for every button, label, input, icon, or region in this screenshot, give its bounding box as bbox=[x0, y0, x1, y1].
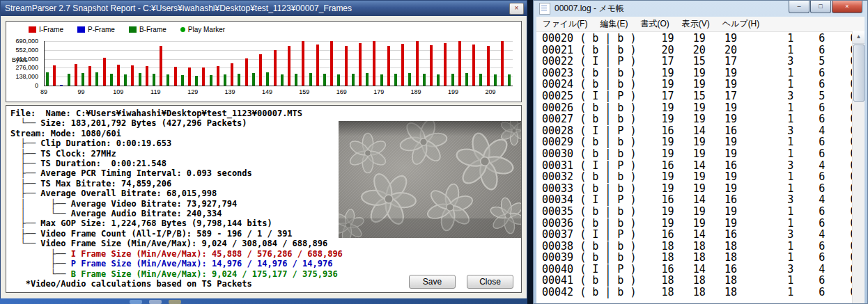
i-frame-bar bbox=[160, 46, 162, 86]
i-frame-bar bbox=[302, 41, 304, 86]
vertical-scrollbar[interactable]: ▲ bbox=[852, 31, 865, 303]
info-line: *Video/Audio calculations based on TS Pa… bbox=[10, 279, 343, 289]
info-line: └── Size: 183,201,792 Bytes (427,296 Pac… bbox=[10, 118, 343, 128]
log-line: 00041 ( b | b ) 18 18 18 1 6 0 bbox=[542, 275, 853, 287]
b-frame-bar bbox=[224, 74, 226, 86]
b-frame-bar bbox=[252, 73, 255, 86]
x-tick-label: 179 bbox=[373, 88, 384, 95]
scroll-up-icon[interactable]: ▲ bbox=[853, 31, 865, 44]
b-frame-bar bbox=[95, 72, 98, 86]
info-line: ├── Clip Duration: 0:00:19.653 bbox=[10, 138, 343, 148]
stream-info-text: File: Name: C:¥Users¥iwahashi¥Desktop¥te… bbox=[10, 109, 343, 289]
menu-view[interactable]: 表示(V) bbox=[676, 18, 716, 30]
close-button[interactable]: Close bbox=[467, 275, 513, 289]
taskbar-icon[interactable] bbox=[149, 300, 162, 304]
taskbar-icon[interactable] bbox=[169, 300, 181, 304]
info-line: ├── Video Frame Count (All-I/P/B): 589 -… bbox=[10, 229, 343, 239]
menu-edit[interactable]: 編集(E) bbox=[594, 18, 634, 30]
log-line: 00027 ( b | b ) 19 19 19 1 6 0 bbox=[542, 113, 853, 125]
streamparser-window-title: StreamParser 2.7 Snapshot Report - C:¥Us… bbox=[5, 3, 509, 13]
b-frame-bar bbox=[110, 74, 113, 86]
i-frame-bar bbox=[188, 67, 191, 86]
log-line: 00042 ( b | b ) 18 18 18 1 6 0 bbox=[542, 287, 853, 298]
y-tick-label: 414,000 bbox=[15, 56, 38, 63]
save-button[interactable]: Save bbox=[409, 275, 456, 289]
i-frame-bar bbox=[373, 41, 375, 86]
log-line: 00039 ( b | b ) 18 18 18 1 6 0 bbox=[542, 252, 853, 264]
menu-file[interactable]: ファイル(F) bbox=[536, 18, 594, 30]
i-frame-bar bbox=[401, 44, 404, 86]
info-line: ├── TS Duration: 0:00:21.548 bbox=[10, 159, 343, 168]
b-frame-bar bbox=[139, 73, 141, 86]
close-icon[interactable]: × bbox=[832, 1, 862, 13]
b-frame-bar bbox=[266, 72, 269, 86]
b-frame-bar bbox=[494, 74, 497, 86]
log-line: 00021 ( b | b ) 20 20 20 1 6 0 bbox=[542, 45, 853, 56]
log-line: 00024 ( b | b ) 19 19 19 1 6 0 bbox=[542, 79, 853, 90]
y-tick-label: 552,000 bbox=[15, 47, 38, 54]
i-frame-bar bbox=[330, 41, 333, 86]
i-frame-bar bbox=[103, 58, 106, 86]
i-frame-bar bbox=[288, 46, 290, 86]
maximize-icon[interactable]: □ bbox=[810, 1, 831, 13]
i-frame-bar bbox=[501, 41, 504, 86]
scroll-thumb[interactable] bbox=[853, 45, 865, 102]
b-frame-bar bbox=[181, 75, 184, 86]
i-frame-bar bbox=[131, 65, 134, 86]
b-frame-bar bbox=[238, 74, 240, 86]
b-frame-bar bbox=[210, 75, 212, 86]
b-frame-bar bbox=[46, 72, 49, 86]
legend-label: I-Frame bbox=[39, 26, 63, 33]
p-frame-bar bbox=[60, 85, 63, 86]
minimize-icon[interactable]: – bbox=[789, 1, 809, 13]
i-frame-bar bbox=[359, 43, 362, 86]
log-line: 00038 ( b | b ) 18 18 18 1 6 0 bbox=[542, 241, 853, 253]
i-frame-bar bbox=[274, 50, 277, 86]
streamparser-window: StreamParser 2.7 Snapshot Report - C:¥Us… bbox=[0, 0, 527, 299]
legend-item-play-marker: Play Marker bbox=[180, 26, 225, 33]
b-frame-bar bbox=[166, 74, 169, 86]
b-frame-bar bbox=[380, 74, 383, 86]
log-line: 00029 ( b | b ) 19 19 19 1 6 0 bbox=[542, 136, 853, 148]
log-line: 00025 ( I | P ) 17 15 17 3 5 0 bbox=[542, 90, 853, 102]
frame-size-chart-panel: I-FrameP-FrameB-FramePlay Marker Bytes 0… bbox=[6, 21, 522, 102]
i-frame-bar bbox=[472, 45, 475, 86]
menu-help[interactable]: ヘルプ(H) bbox=[716, 18, 766, 30]
log-line: 00033 ( b | b ) 19 19 19 1 6 0 bbox=[542, 183, 853, 195]
b-frame-bar bbox=[281, 74, 284, 86]
close-icon[interactable]: × bbox=[509, 3, 524, 15]
x-tick-label: 189 bbox=[411, 88, 421, 95]
b-frame-bar bbox=[479, 74, 482, 86]
video-preview-image bbox=[339, 121, 522, 238]
i-frame-bar bbox=[487, 46, 490, 86]
menu-format[interactable]: 書式(O) bbox=[634, 18, 675, 30]
b-frame-bar bbox=[195, 76, 198, 86]
i-frame-bar bbox=[117, 65, 120, 86]
streamparser-title-bar[interactable]: StreamParser 2.7 Snapshot Report - C:¥Us… bbox=[1, 1, 527, 16]
taskbar-icon[interactable] bbox=[130, 300, 142, 304]
x-tick-label: 159 bbox=[299, 88, 309, 95]
log-line: 00037 ( I | P ) 16 14 16 3 4 0 bbox=[542, 229, 853, 241]
y-tick-label: 276,000 bbox=[15, 64, 38, 71]
legend-label: Play Marker bbox=[188, 26, 225, 33]
frame-bars bbox=[46, 41, 511, 86]
x-tick-label: 139 bbox=[225, 88, 235, 95]
carpet-pattern-image bbox=[339, 121, 522, 238]
b-frame-bar bbox=[451, 74, 454, 86]
p-frame-swatch-icon bbox=[77, 26, 85, 33]
x-tick-label: 199 bbox=[448, 88, 458, 95]
i-frame-bar bbox=[231, 63, 233, 86]
info-line: File: Name: C:¥Users¥iwahashi¥Desktop¥te… bbox=[10, 109, 343, 118]
info-line: ├── TS Max Bitrate: 74,859,206 bbox=[10, 179, 343, 189]
log-line: 00040 ( I | P ) 16 14 16 3 4 0 bbox=[542, 264, 853, 275]
log-line: 00028 ( I | P ) 16 14 16 3 4 0 bbox=[542, 125, 853, 137]
info-line: │ └── Average Audio Bitrate: 240,334 bbox=[10, 209, 343, 218]
i-frame-bar bbox=[345, 46, 348, 86]
b-frame-bar bbox=[68, 74, 70, 86]
taskbar[interactable] bbox=[0, 298, 527, 304]
log-line: 00032 ( b | b ) 19 19 19 1 6 0 bbox=[542, 171, 853, 183]
b-frame-bar bbox=[352, 74, 355, 86]
log-text-area[interactable]: 00020 ( b | b ) 19 19 19 1 6 000021 ( b … bbox=[536, 31, 853, 303]
b-frame-bar bbox=[153, 74, 155, 86]
log-line: 00026 ( b | b ) 19 19 19 1 6 0 bbox=[542, 102, 853, 114]
